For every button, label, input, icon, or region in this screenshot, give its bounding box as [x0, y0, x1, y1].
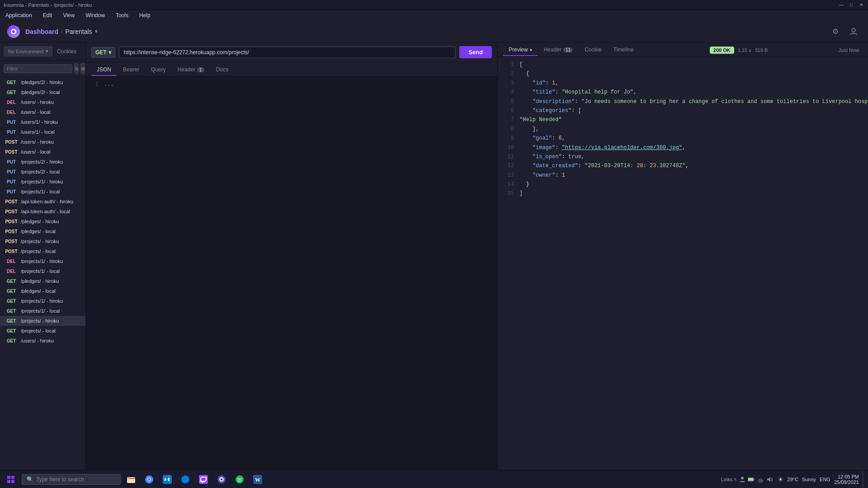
clock-date: 25/09/2021: [834, 479, 859, 485]
close-button[interactable]: ✕: [858, 2, 864, 8]
no-environment-selector[interactable]: No Environment ▾: [4, 46, 53, 56]
menu-view[interactable]: View: [61, 11, 76, 19]
taskbar-search[interactable]: 🔍 Type here to search: [22, 474, 121, 485]
menu-help[interactable]: Help: [137, 11, 152, 19]
req-tab-bearer[interactable]: Bearer: [118, 64, 145, 76]
send-button[interactable]: Send: [459, 46, 492, 58]
settings-button[interactable]: ⚙: [828, 24, 843, 39]
svg-rect-5: [7, 480, 10, 483]
method-badge: POST: [4, 199, 19, 204]
show-desktop-button[interactable]: [863, 471, 866, 488]
sidebar-item-9[interactable]: PUT /projects/2/ - local: [0, 167, 85, 177]
sidebar-item-18[interactable]: DEL /projects/1/ - hiroku: [0, 256, 85, 266]
taskbar-vscode[interactable]: [159, 471, 175, 488]
req-tab-header[interactable]: Header1: [172, 64, 210, 76]
tray-network-icon[interactable]: [756, 475, 765, 484]
taskbar-insomnia[interactable]: [213, 471, 230, 488]
tab-preview[interactable]: Preview ▾: [503, 44, 538, 56]
sidebar-item-8[interactable]: PUT /projects/2/ - hiroku: [0, 157, 85, 167]
filter-input[interactable]: [4, 64, 72, 73]
url-input[interactable]: [119, 47, 456, 58]
window-title: Insomnia - Parentals - /projects/ - hiro…: [4, 2, 92, 8]
sidebar-item-2[interactable]: DEL /users/ - hiroku: [0, 97, 85, 107]
sidebar-item-6[interactable]: POST /users/ - hiroku: [0, 137, 85, 147]
json-line: 5 "description": "Jo needs someone to br…: [503, 97, 863, 106]
menu-tools[interactable]: Tools: [114, 11, 130, 19]
cookies-button[interactable]: Cookies: [57, 48, 76, 55]
sidebar-item-15[interactable]: POST /pledges/ - local: [0, 226, 85, 236]
tab-label: Docs: [216, 66, 228, 73]
svg-rect-6: [11, 480, 14, 483]
sidebar-sort-button[interactable]: ⇅: [74, 63, 79, 74]
tray-battery-icon[interactable]: [747, 475, 756, 484]
method-selector[interactable]: GET ▾: [91, 47, 115, 58]
minimize-button[interactable]: —: [838, 2, 844, 8]
json-line: 6 "categories": [: [503, 106, 863, 115]
sidebar-item-14[interactable]: POST /pledges/ - hiroku: [0, 216, 85, 226]
brand-dashboard[interactable]: Dashboard: [25, 28, 58, 35]
sidebar-item-17[interactable]: POST /projects/ - local: [0, 246, 85, 256]
sidebar-item-label: /projects/1/ - hiroku: [21, 179, 63, 184]
sidebar-item-3[interactable]: DEL /users/ - local: [0, 107, 85, 117]
sidebar-add-button[interactable]: ⊕: [80, 63, 86, 74]
svg-point-13: [181, 475, 189, 483]
taskbar-word[interactable]: W: [250, 471, 266, 488]
response-timestamp: Just Now: [839, 47, 859, 53]
sidebar-item-26[interactable]: GET /users/ - hiroku: [0, 336, 85, 346]
taskbar-links[interactable]: Links: [721, 477, 733, 482]
sidebar-item-11[interactable]: PUT /projects/1/ - local: [0, 187, 85, 197]
taskbar-spotify[interactable]: [231, 471, 248, 488]
start-button[interactable]: [2, 472, 20, 487]
taskbar-file-explorer[interactable]: [123, 471, 139, 488]
menu-edit[interactable]: Edit: [41, 11, 54, 19]
sidebar-item-10[interactable]: PUT /projects/1/ - hiroku: [0, 177, 85, 187]
project-dropdown-arrow[interactable]: ▼: [94, 29, 99, 34]
svg-point-11: [148, 478, 151, 481]
sidebar-item-1[interactable]: GET /pledges/2/ - local: [0, 87, 85, 97]
sidebar-item-21[interactable]: GET /pledges/ - local: [0, 286, 85, 296]
sidebar-item-4[interactable]: PUT /users/1/ - hiroku: [0, 117, 85, 127]
tab-cookie[interactable]: Cookie: [579, 44, 607, 56]
sidebar-item-0[interactable]: GET /pledges/2/ - hiroku: [0, 77, 85, 87]
tab-timeline[interactable]: Timeline: [608, 44, 639, 56]
sidebar-item-12[interactable]: POST /api-token-auth/ - hiroku: [0, 197, 85, 206]
search-placeholder: Type here to search: [36, 476, 84, 483]
sidebar-item-25[interactable]: GET /projects/ - local: [0, 326, 85, 336]
req-tab-query[interactable]: Query: [146, 64, 171, 76]
tab-preview-label: Preview: [509, 47, 528, 53]
req-tab-docs[interactable]: Docs: [211, 64, 234, 76]
sidebar-item-7[interactable]: POST /users/ - local: [0, 147, 85, 157]
method-badge: PUT: [4, 130, 19, 135]
taskbar-twitch[interactable]: [195, 471, 212, 488]
account-button[interactable]: [846, 24, 861, 39]
taskbar-chrome[interactable]: [141, 471, 157, 488]
sidebar-item-20[interactable]: GET /pledges/ - hiroku: [0, 276, 85, 286]
req-tab-json[interactable]: JSON: [91, 64, 117, 76]
json-line: 13 "owner": 1: [503, 171, 863, 180]
menu-application[interactable]: Application: [4, 11, 34, 19]
maximize-button[interactable]: □: [848, 2, 854, 8]
project-name[interactable]: Parentals: [65, 28, 92, 35]
tray-volume-icon[interactable]: [765, 475, 774, 484]
sidebar-item-23[interactable]: GET /projects/1/ - local: [0, 306, 85, 316]
sidebar-item-label: /users/1/ - hiroku: [21, 119, 58, 125]
sidebar-item-22[interactable]: GET /projects/1/ - hiroku: [0, 296, 85, 306]
sidebar-item-5[interactable]: PUT /users/1/ - local: [0, 127, 85, 137]
menu-window[interactable]: Window: [84, 11, 107, 19]
method-badge: GET: [4, 319, 19, 324]
window-controls: — □ ✕: [838, 2, 864, 8]
preview-dropdown[interactable]: ▾: [530, 47, 532, 52]
sidebar-item-19[interactable]: DEL /projects/1/ - local: [0, 266, 85, 276]
sidebar-item-16[interactable]: POST /projects/ - hiroku: [0, 236, 85, 246]
tab-badge: 1: [197, 67, 204, 72]
links-arrow[interactable]: ∧: [733, 476, 737, 482]
tab-header[interactable]: Header 11: [538, 44, 578, 56]
sidebar-item-24[interactable]: GET /projects/ - hiroku: [0, 316, 85, 326]
sidebar-item-label: /users/ - hiroku: [21, 338, 54, 343]
tray-person-icon[interactable]: [738, 475, 747, 484]
taskbar-edge[interactable]: [177, 471, 193, 488]
json-content: ]: [519, 189, 523, 198]
json-line: 9 "goal": 6,: [503, 134, 863, 143]
sidebar-item-13[interactable]: POST /api-token-auth/ - local: [0, 206, 85, 216]
json-line: 11 "is_open": true,: [503, 152, 863, 161]
